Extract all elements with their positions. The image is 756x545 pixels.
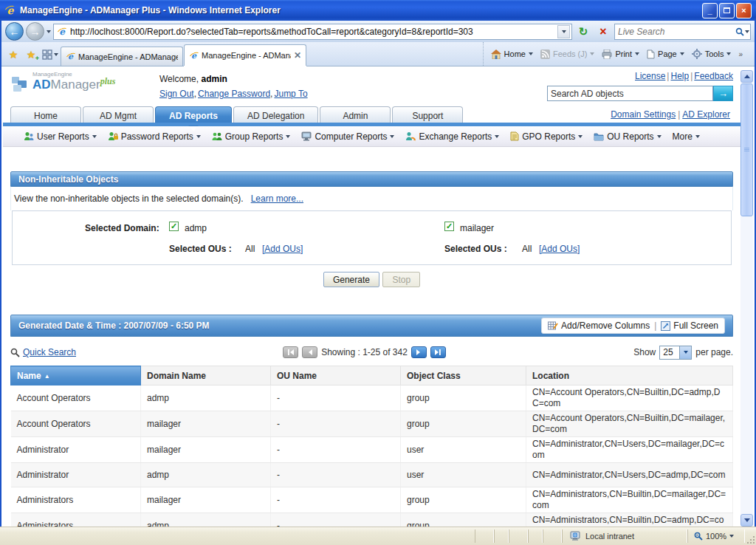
address-dropdown-button[interactable] bbox=[557, 25, 570, 38]
cell-location: CN=Administrators,CN=Builtin,DC=mailager… bbox=[526, 487, 733, 513]
welcome-label: Welcome, bbox=[159, 74, 199, 84]
browser-tab-2-active[interactable]: e ManageEngine - ADMana... ✕ bbox=[184, 44, 306, 66]
feedback-link[interactable]: Feedback bbox=[694, 71, 733, 81]
column-header-ou-name[interactable]: OU Name bbox=[271, 366, 401, 385]
back-button[interactable]: ← bbox=[5, 22, 24, 41]
ie-logo-icon: e bbox=[4, 4, 16, 16]
cell-ou: - bbox=[271, 437, 401, 463]
column-header-location[interactable]: Location bbox=[526, 366, 733, 385]
restore-button[interactable] bbox=[719, 3, 735, 18]
arrow-right-icon: → bbox=[718, 88, 728, 99]
table-row: Administrator mailager - user CN=Adminis… bbox=[11, 437, 733, 463]
full-screen-icon bbox=[661, 321, 670, 331]
domain-settings-link[interactable]: Domain Settings bbox=[611, 109, 676, 120]
column-header-object-class[interactable]: Object Class bbox=[401, 366, 526, 385]
zoom-control[interactable]: 100% bbox=[687, 529, 745, 543]
tab-ad-delegation[interactable]: AD Delegation bbox=[233, 106, 318, 124]
zoom-dropdown-icon[interactable] bbox=[729, 535, 734, 538]
gpo-reports-icon bbox=[510, 131, 519, 141]
favorites-button[interactable]: ★ bbox=[4, 46, 22, 64]
column-header-domain-name[interactable]: Domain Name bbox=[141, 366, 271, 385]
tools-label: Tools bbox=[705, 49, 724, 58]
domain-selection-box: Selected Domain: ✓ admp ✓ mailager Selec… bbox=[12, 210, 732, 265]
live-search-input[interactable] bbox=[615, 27, 734, 37]
history-dropdown-icon[interactable] bbox=[47, 30, 51, 33]
tab-ad-reports[interactable]: AD Reports bbox=[155, 106, 232, 124]
ad-explorer-link[interactable]: AD Explorer bbox=[682, 109, 730, 120]
quick-tabs-button[interactable] bbox=[40, 46, 61, 64]
address-field[interactable]: e http://loclhost:8000/Report.do?selecte… bbox=[53, 24, 572, 40]
menu-ou-reports[interactable]: OU Reports bbox=[594, 131, 661, 142]
close-button[interactable]: × bbox=[736, 3, 752, 18]
tab-support[interactable]: Support bbox=[392, 106, 463, 124]
scroll-down-button[interactable] bbox=[740, 514, 753, 527]
menu-password-reports[interactable]: Password Reports bbox=[108, 131, 201, 142]
domain-checkbox-mailager[interactable]: ✓ bbox=[444, 222, 454, 231]
change-password-link[interactable]: Change Password bbox=[198, 89, 274, 99]
ad-search-go-button[interactable]: → bbox=[713, 86, 733, 101]
page-size-select[interactable]: 25 bbox=[659, 346, 692, 360]
quick-search-link[interactable]: Quick Search bbox=[23, 347, 76, 357]
page-button[interactable]: Page bbox=[647, 49, 684, 59]
forward-button[interactable]: → bbox=[26, 22, 44, 41]
last-page-button[interactable] bbox=[430, 346, 446, 358]
per-page-label: per page. bbox=[695, 347, 733, 357]
tab-ad-mgmt[interactable]: AD Mgmt bbox=[83, 106, 154, 124]
command-overflow-chevron[interactable]: » bbox=[738, 50, 741, 58]
quick-tabs-dropdown-icon[interactable] bbox=[54, 53, 58, 56]
jump-to-link[interactable]: Jump To bbox=[274, 89, 307, 99]
sign-out-link[interactable]: Sign Out bbox=[159, 89, 198, 99]
minimize-button[interactable]: _ bbox=[702, 3, 718, 18]
generate-button[interactable]: Generate bbox=[323, 272, 379, 287]
scrollbar-thumb[interactable] bbox=[740, 83, 753, 216]
feeds-button[interactable]: Feeds (J) bbox=[540, 49, 594, 59]
first-page-button[interactable] bbox=[283, 346, 298, 358]
tab-admin[interactable]: Admin bbox=[320, 106, 391, 124]
stop-button[interactable]: × bbox=[594, 24, 612, 40]
live-search-box[interactable] bbox=[614, 24, 751, 40]
cell-location: CN=Account Operators,CN=Builtin,DC=admp,… bbox=[526, 385, 733, 411]
menu-group-reports[interactable]: Group Reports bbox=[212, 131, 291, 142]
menu-more[interactable]: More bbox=[673, 131, 700, 142]
domain-checkbox-admp[interactable]: ✓ bbox=[169, 222, 179, 231]
full-screen-button[interactable]: Full Screen bbox=[661, 321, 718, 331]
browser-tab-1[interactable]: e ManageEngine - ADManager ... bbox=[61, 47, 183, 66]
scroll-up-button[interactable] bbox=[740, 70, 753, 83]
select-dropdown-icon[interactable] bbox=[679, 346, 691, 359]
zoom-level: 100% bbox=[706, 532, 726, 541]
home-button[interactable]: Home bbox=[491, 49, 533, 59]
page-label: Page bbox=[658, 49, 677, 58]
license-link[interactable]: License bbox=[635, 71, 671, 81]
refresh-button[interactable]: ↻ bbox=[574, 24, 592, 40]
add-ous-link-admp[interactable]: [Add OUs] bbox=[262, 244, 303, 254]
print-button[interactable]: Print bbox=[602, 49, 639, 59]
learn-more-link[interactable]: Learn more... bbox=[251, 193, 303, 204]
security-zone-indicator: Local intranet bbox=[562, 529, 687, 543]
help-link[interactable]: Help bbox=[670, 71, 694, 81]
tab-home[interactable]: Home bbox=[10, 106, 81, 124]
add-favorite-button[interactable]: ★+ bbox=[22, 46, 40, 64]
tools-button[interactable]: Tools bbox=[692, 49, 732, 59]
page-icon bbox=[647, 49, 655, 59]
resize-grip[interactable] bbox=[745, 534, 756, 545]
previous-page-button[interactable] bbox=[302, 346, 317, 358]
menu-computer-reports[interactable]: Computer Reports bbox=[301, 131, 394, 142]
tab-close-icon[interactable]: ✕ bbox=[294, 50, 301, 61]
menu-exchange-reports[interactable]: Exchange Reports bbox=[405, 131, 499, 142]
search-options-dropdown-icon[interactable] bbox=[745, 30, 749, 33]
menu-user-reports[interactable]: User Reports bbox=[24, 131, 97, 142]
vertical-scrollbar[interactable] bbox=[740, 70, 753, 527]
stop-button[interactable]: Stop bbox=[382, 272, 420, 287]
results-header-tools: Add/Remove Columns | Full Screen bbox=[541, 318, 725, 334]
add-ous-link-mailager[interactable]: [Add OUs] bbox=[539, 244, 580, 254]
cell-name: Administrators bbox=[11, 487, 141, 513]
cell-ou: - bbox=[271, 463, 401, 487]
column-header-name[interactable]: Name▲ bbox=[11, 366, 141, 385]
menu-gpo-reports[interactable]: GPO Reports bbox=[510, 131, 583, 142]
ad-object-search-input[interactable] bbox=[547, 86, 713, 101]
add-remove-columns-button[interactable]: Add/Remove Columns bbox=[548, 321, 650, 331]
report-title: Non-Inheritable Objects bbox=[18, 174, 118, 185]
live-search-button[interactable] bbox=[734, 24, 750, 39]
zone-label: Local intranet bbox=[585, 532, 634, 541]
next-page-button[interactable] bbox=[411, 346, 427, 358]
